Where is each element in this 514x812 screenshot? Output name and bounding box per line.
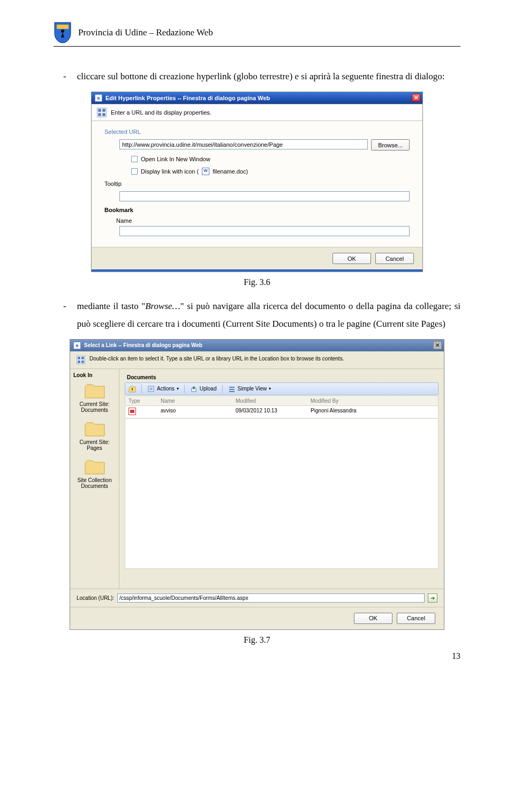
location-input[interactable] — [117, 593, 425, 603]
page-header: Provincia di Udine – Redazione Web — [54, 21, 460, 47]
file-list: Type Name Modified Modified By avviso 09… — [125, 396, 439, 419]
list-dash: - — [63, 68, 66, 85]
pdf-icon — [128, 408, 136, 415]
display-icon-checkbox[interactable] — [131, 168, 138, 175]
bottom-strip — [92, 269, 422, 272]
open-new-window-label: Open Link In New Window — [141, 156, 210, 162]
upload-button[interactable]: Upload — [190, 385, 217, 393]
lookin-item-label: Site Collection Documents — [73, 477, 116, 489]
open-new-window-checkbox[interactable] — [131, 156, 138, 162]
col-name[interactable]: Name — [157, 396, 232, 406]
svg-rect-6 — [78, 357, 80, 359]
header-title: Provincia di Udine – Redazione Web — [78, 27, 213, 38]
dialog-title: Edit Hyperlink Properties -- Finestra di… — [105, 95, 270, 101]
instruction-text: Enter a URL and its display properties. — [111, 109, 211, 116]
instruction-row: Enter a URL and its display properties. — [92, 104, 422, 121]
toolbar-sep — [141, 385, 142, 393]
crest-icon — [54, 21, 72, 44]
browse-button[interactable]: Browse... — [371, 139, 410, 151]
close-icon[interactable]: ✕ — [412, 94, 420, 102]
grid-icon — [77, 356, 85, 364]
file-toolbar: Actions▾ Upload Simple View▾ — [125, 382, 439, 395]
bullet-text-1: cliccare sul bottone di creazione hyperl… — [77, 68, 445, 85]
svg-rect-13 — [229, 389, 235, 390]
svg-rect-5 — [102, 114, 105, 116]
folder-icon — [84, 458, 105, 476]
selected-url-label: Selected URL — [104, 129, 410, 135]
lookin-label: Look In — [73, 372, 116, 378]
lookin-panel: Look In Current Site: Documents Current … — [70, 369, 119, 589]
file-list-blank — [125, 419, 439, 569]
up-folder-button[interactable] — [128, 385, 136, 393]
cancel-button[interactable]: Cancel — [375, 253, 414, 264]
toolbar-sep — [222, 385, 223, 393]
ok-button[interactable]: OK — [332, 253, 371, 264]
location-label: Location (URL): — [77, 595, 114, 601]
dialog2-instruction: Double-click an item to select it. Type … — [89, 356, 344, 362]
bullet-item-1: - cliccare sul bottone di creazione hype… — [63, 68, 460, 85]
svg-rect-8 — [78, 360, 80, 363]
cancel-button[interactable]: Cancel — [397, 613, 435, 624]
screenshot-edit-hyperlink: e Edit Hyperlink Properties -- Finestra … — [91, 92, 423, 272]
folder-icon — [84, 420, 105, 438]
svg-rect-14 — [229, 391, 235, 392]
lookin-item-label: Current Site: Pages — [73, 439, 116, 451]
col-modifiedby[interactable]: Modified By — [307, 396, 438, 406]
simpleview-menu[interactable]: Simple View▾ — [228, 385, 271, 393]
bookmark-name-input[interactable] — [119, 226, 410, 236]
lookin-item-sitecoll-docs[interactable]: Site Collection Documents — [73, 458, 116, 489]
svg-rect-7 — [81, 357, 84, 359]
svg-rect-9 — [81, 360, 84, 363]
screenshot-select-link: e Select a Link -- Finestra di dialogo p… — [70, 339, 444, 630]
name-label: Name — [116, 217, 410, 224]
row-modified: 09/03/2012 10.13 — [232, 406, 307, 418]
documents-label: Documents — [127, 374, 439, 380]
lookin-item-current-docs[interactable]: Current Site: Documents — [73, 382, 116, 413]
svg-rect-3 — [102, 109, 105, 112]
ok-button[interactable]: OK — [354, 613, 392, 624]
row-name[interactable]: avviso — [157, 406, 232, 418]
display-icon-label-post: filename.doc) — [213, 168, 248, 175]
url-input[interactable] — [119, 139, 368, 149]
dialog2-title: Select a Link -- Finestra di dialogo pag… — [84, 342, 202, 348]
svg-rect-4 — [98, 114, 101, 116]
display-icon-label-pre: Display link with icon ( — [141, 168, 199, 175]
dialog2-instruction-row: Double-click an item to select it. Type … — [70, 351, 444, 369]
tooltip-input[interactable] — [119, 191, 410, 201]
lookin-item-current-pages[interactable]: Current Site: Pages — [73, 420, 116, 451]
bullet-text-2: mediante il tasto "Browse…" si può navig… — [77, 298, 460, 333]
close-icon[interactable]: ✕ — [433, 341, 442, 349]
row-type[interactable] — [125, 406, 157, 418]
lookin-item-label: Current Site: Documents — [73, 401, 116, 413]
row-modifiedby: Pignoni Alessandra — [307, 406, 438, 418]
bullet-item-2: - mediante il tasto "Browse…" si può nav… — [63, 298, 460, 333]
svg-point-1 — [61, 29, 64, 33]
bookmark-label: Bookmark — [104, 207, 410, 213]
figure-caption-1: Fig. 3.6 — [54, 277, 460, 287]
page-number: 13 — [452, 651, 460, 661]
grid-icon — [97, 108, 107, 117]
folder-icon — [84, 382, 105, 400]
toolbar-sep — [184, 385, 185, 393]
tooltip-label: Tooltip — [104, 181, 410, 187]
word-doc-icon — [202, 168, 209, 175]
svg-rect-2 — [98, 109, 101, 112]
dialog-titlebar[interactable]: e Edit Hyperlink Properties -- Finestra … — [92, 92, 422, 104]
dialog2-titlebar[interactable]: e Select a Link -- Finestra di dialogo p… — [70, 340, 444, 351]
actions-menu[interactable]: Actions▾ — [147, 385, 179, 393]
ie-icon: e — [73, 342, 81, 349]
svg-rect-12 — [229, 387, 235, 388]
svg-rect-0 — [57, 25, 69, 29]
figure-caption-2: Fig. 3.7 — [54, 635, 460, 645]
col-type[interactable]: Type — [125, 396, 157, 406]
ie-icon: e — [95, 94, 102, 102]
go-arrow-icon[interactable]: ➔ — [428, 593, 437, 603]
col-modified[interactable]: Modified — [232, 396, 307, 406]
list-dash: - — [63, 298, 66, 333]
